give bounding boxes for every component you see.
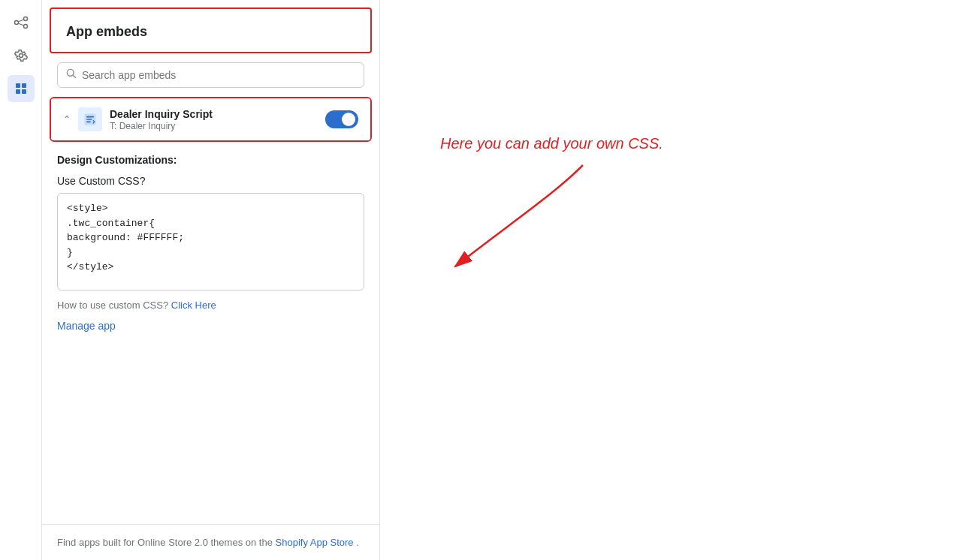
manage-app-link[interactable]: Manage app [57,320,116,332]
page-title: App embeds [66,24,355,40]
svg-point-1 [23,17,27,21]
channels-icon[interactable] [8,9,35,36]
embed-info: Dealer Inquiry Script T: Dealer Inquiry [110,108,318,131]
embed-subtitle: T: Dealer Inquiry [110,121,318,131]
panel-footer: Find apps built for Online Store 2.0 the… [42,524,379,560]
svg-line-4 [18,23,23,26]
svg-rect-5 [16,83,20,88]
annotation-text: Here you can add your own CSS. [440,135,663,152]
apps-icon[interactable] [8,75,35,102]
sidebar [0,0,42,560]
settings-icon[interactable] [8,42,35,69]
design-section: Design Customizations: Use Custom CSS? <… [42,142,379,345]
svg-rect-7 [16,89,20,94]
main-panel: App embeds ⌃ Deale [42,0,380,560]
search-container [42,53,379,97]
embed-toggle[interactable] [325,110,358,128]
use-css-label: Use Custom CSS? [57,175,364,187]
svg-rect-8 [22,89,26,94]
toggle-slider [325,110,358,128]
css-editor[interactable]: <style> .twc_container{ background: #FFF… [57,193,364,291]
svg-rect-6 [22,83,26,88]
svg-line-3 [18,20,23,22]
shopify-app-store-link[interactable]: Shopify App Store [276,537,354,548]
annotation-arrow [418,150,658,285]
panel-header: App embeds [50,8,372,53]
svg-line-10 [73,75,76,78]
embed-app-icon [78,107,102,131]
search-input[interactable] [82,69,356,81]
embed-name: Dealer Inquiry Script [110,108,318,120]
chevron-up-icon: ⌃ [63,114,71,125]
embed-item-wrapper: ⌃ Dealer Inquiry Script T: Dealer Inquir… [50,97,372,142]
footer-period: . [356,537,359,548]
embed-list-item[interactable]: ⌃ Dealer Inquiry Script T: Dealer Inquir… [51,98,370,140]
content-area: Here you can add your own CSS. [380,0,975,560]
footer-text: Find apps built for Online Store 2.0 the… [57,537,273,548]
css-help-text: How to use custom CSS? Click Here [57,300,364,311]
svg-point-0 [14,21,18,25]
click-here-link[interactable]: Click Here [171,300,216,311]
search-box [57,62,364,88]
search-icon [65,68,77,83]
svg-point-2 [23,25,27,29]
design-title: Design Customizations: [57,154,364,166]
